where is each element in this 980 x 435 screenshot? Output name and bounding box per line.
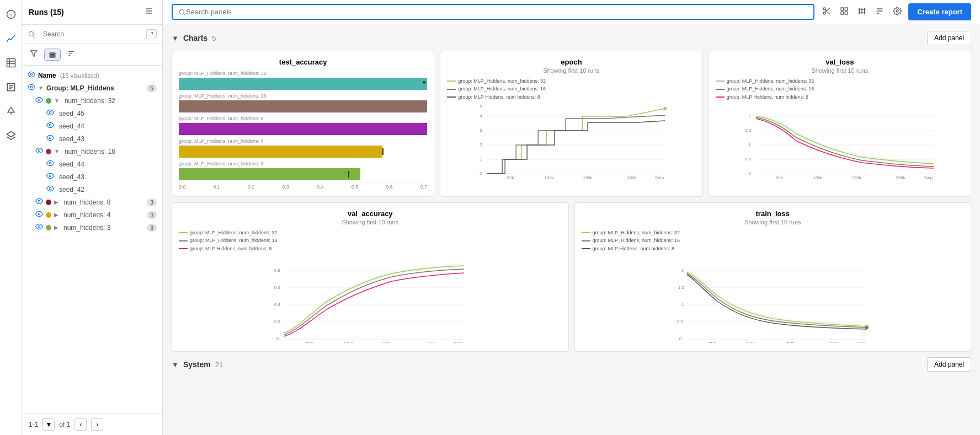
seed-45-row[interactable]: seed_45 [22,107,162,120]
x-tick-2: 0.2 [248,184,255,190]
seed-42-row[interactable]: seed_42 [22,183,162,196]
svg-rect-46 [841,12,844,14]
svg-text:200k: 200k [426,341,436,343]
charts-toggle[interactable]: ▼ [172,34,179,42]
test-accuracy-panel: test_accuracy group: MLP_Hiddens, num_hi… [172,51,434,197]
tag-view-button[interactable] [44,49,61,60]
x-tick-1: 0.1 [214,184,221,190]
group-mlp-hiddens[interactable]: ▼ Group: MLP_Hiddens 5 [22,82,162,94]
page-dropdown-button[interactable]: ▼ [42,418,55,431]
svg-point-33 [49,187,51,190]
eye-icon-seed44b[interactable] [46,159,54,169]
num-hiddens-8-group[interactable]: ▶ num_hiddens: 8 3 [22,196,162,208]
val-accuracy-subtitle: Showing first 10 runs [179,219,562,225]
next-page-button[interactable]: › [91,418,103,431]
val-accuracy-legend: group: MLP_Hiddens, num_hiddens: 32 grou… [179,229,562,253]
train-loss-title: train_loss [582,210,965,218]
eye-icon-seed43a[interactable] [46,134,54,143]
chart-icon[interactable] [3,31,19,46]
info-icon[interactable]: i [3,7,19,22]
layout-button[interactable] [855,4,869,20]
create-report-button[interactable]: Create report [908,3,971,20]
expand-32-icon[interactable]: ▼ [54,98,60,104]
eye-icon-group[interactable] [28,83,35,93]
seed-43-row-a[interactable]: seed_43 [22,132,162,145]
color-dot-32 [46,98,51,104]
expand-16-icon[interactable]: ▼ [54,148,60,154]
eye-icon-4[interactable] [35,210,43,219]
eye-icon-32[interactable] [35,96,43,105]
eye-icon-seed45[interactable] [46,109,54,118]
brush-icon[interactable] [3,104,19,119]
eye-icon-name[interactable] [28,71,35,80]
charts-actions: Add panel [927,31,971,45]
expand-8-icon[interactable]: ▶ [54,199,58,205]
settings-button[interactable] [891,4,904,20]
prev-page-button[interactable]: ‹ [74,418,87,431]
table-icon[interactable] [3,55,19,71]
expand-3-icon[interactable]: ▶ [54,224,58,230]
num-hiddens-3-group[interactable]: ▶ num_hiddens: 3 3 [22,221,162,234]
group-collapse-icon[interactable]: ▼ [38,85,44,91]
sidebar-footer: 1-1 ▼ of 1 ‹ › [22,413,162,435]
eye-icon-16[interactable] [35,147,43,156]
regex-button[interactable]: .* [146,29,157,39]
num-hiddens-16-group[interactable]: ▼ num_hiddens: 16 [22,145,162,158]
eye-icon-seed43b[interactable] [46,172,54,181]
add-panel-button[interactable]: Add panel [927,31,971,45]
grid-view-button[interactable] [838,4,851,20]
seed-44-row-b[interactable]: seed_44 [22,158,162,170]
num-hiddens-4-group[interactable]: ▶ num_hiddens: 4 3 [22,208,162,221]
system-section-header: ▼ System 21 Add panel [172,357,971,372]
system-count: 21 [215,361,223,369]
of-1-label: of 1 [59,421,70,428]
val-loss-panel: val_loss Showing first 10 runs group: ML… [709,51,971,197]
svg-text:150k: 150k [382,341,392,343]
system-toggle[interactable]: ▼ [172,361,179,369]
svg-text:0.8: 0.8 [274,268,281,273]
svg-point-40 [823,8,825,10]
val-accuracy-panel: val_accuracy Showing first 10 runs group… [172,202,569,352]
sidebar-menu-button[interactable] [142,4,156,20]
num-hiddens-32-group[interactable]: ▼ num_hiddens: 32 [22,94,162,107]
eye-icon-seed42[interactable] [46,185,54,194]
eye-icon-8[interactable] [35,197,43,207]
svg-point-31 [49,162,51,164]
group-count: 5 [147,84,157,92]
svg-point-35 [38,213,40,215]
seed-43-row-b[interactable]: seed_43 [22,170,162,183]
seed-44-label-a: seed_44 [59,122,84,130]
svg-text:0.2: 0.2 [274,319,281,324]
filter-button[interactable] [28,47,40,62]
val-loss-subtitle: Showing first 10 runs [716,67,964,74]
svg-text:0.6: 0.6 [274,285,281,290]
svg-line-43 [825,9,827,11]
svg-point-24 [30,73,33,76]
seed-44-row[interactable]: seed_44 [22,120,162,132]
sidebar-search-area: .* [22,25,162,44]
system-add-panel-button[interactable]: Add panel [927,357,971,372]
text-button[interactable] [873,4,886,20]
page-range: 1-1 [29,421,38,428]
eye-icon-seed44a[interactable] [46,121,54,131]
panel-search-box[interactable] [172,4,814,20]
sort-button[interactable] [65,47,77,62]
runs-title: Runs (15) [29,8,64,17]
epoch-panel: epoch Showing first 10 runs group: MLP_H… [440,51,702,197]
train-loss-subtitle: Showing first 10 runs [582,219,965,225]
panel-search-input[interactable] [186,8,808,16]
svg-rect-44 [841,8,844,10]
expand-4-icon[interactable]: ▶ [54,212,58,218]
layers-icon[interactable] [3,128,19,143]
cut-icon-button[interactable] [820,4,833,20]
eye-icon-3[interactable] [35,223,43,232]
name-row[interactable]: Name (15 visualized) [22,69,162,82]
svg-rect-2 [7,59,15,67]
charts-title: Charts [183,34,207,42]
content-area: ▼ Charts 5 Add panel test_accuracy group… [163,24,980,435]
seed-42-label: seed_42 [59,186,84,194]
sidebar-search-input[interactable] [39,28,143,40]
svg-point-15 [29,31,33,36]
num-hiddens-8-label: num_hiddens: 8 [63,198,110,206]
notes-icon[interactable] [3,79,19,95]
